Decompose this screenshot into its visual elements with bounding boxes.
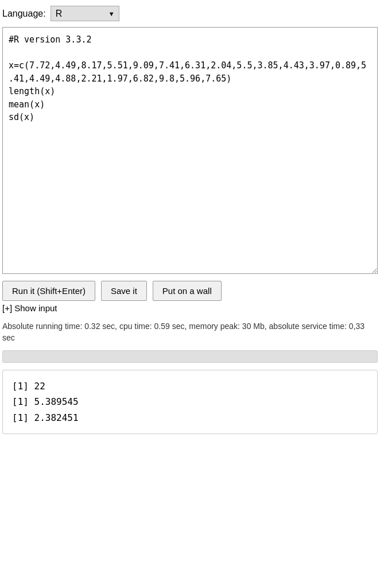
output-line-1: [1] 22	[12, 378, 368, 394]
button-row: Run it (Shift+Enter) Save it Put on a wa…	[2, 281, 378, 301]
language-row: Language: R Python JavaScript	[2, 6, 378, 21]
progress-bar-container	[2, 350, 378, 363]
show-input-link[interactable]: [+] Show input	[2, 303, 57, 313]
output-line-3: [1] 2.382451	[12, 410, 368, 425]
run-button[interactable]: Run it (Shift+Enter)	[2, 281, 95, 301]
language-select[interactable]: R Python JavaScript	[51, 6, 119, 21]
timing-info: Absolute running time: 0.32 sec, cpu tim…	[2, 321, 378, 343]
language-label: Language:	[2, 9, 46, 19]
output-line-2: [1] 5.389545	[12, 394, 368, 409]
output-box: [1] 22 [1] 5.389545 [1] 2.382451	[2, 370, 378, 434]
wall-button[interactable]: Put on a wall	[153, 281, 222, 301]
language-select-wrapper[interactable]: R Python JavaScript	[51, 6, 119, 21]
save-button[interactable]: Save it	[101, 281, 147, 301]
code-editor[interactable]: #R version 3.3.2 x=c(7.72,4.49,8.17,5.51…	[2, 27, 378, 274]
